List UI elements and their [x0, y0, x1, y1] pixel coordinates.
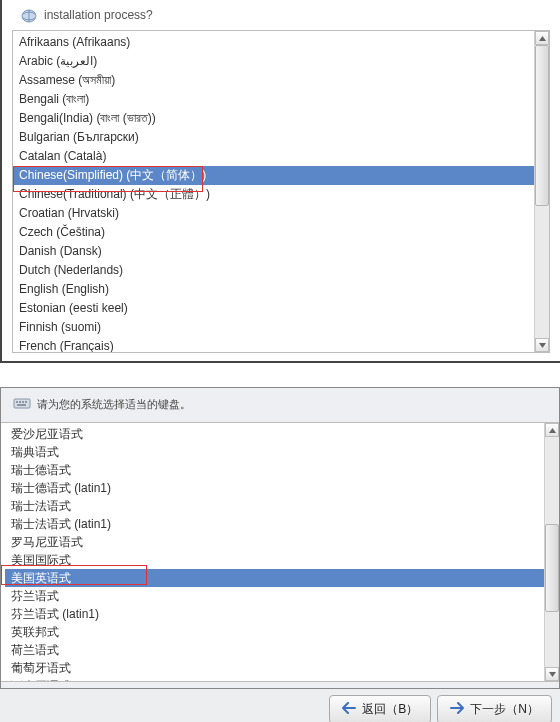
svg-rect-4 [22, 401, 24, 403]
keyboard-selection-panel: 请为您的系统选择适当的键盘。 爱沙尼亚语式瑞典语式瑞士德语式瑞士德语式 (lat… [0, 387, 560, 689]
language-item[interactable]: Danish (Dansk) [13, 242, 534, 261]
keyboard-item[interactable]: 瑞士法语式 [5, 497, 544, 515]
keyboard-item[interactable]: 瑞士德语式 [5, 461, 544, 479]
keyboard-item[interactable]: 美国国际式 [5, 551, 544, 569]
keyboard-item[interactable]: 西班牙语式 [5, 677, 544, 681]
language-item[interactable]: Dutch (Nederlands) [13, 261, 534, 280]
language-heading-text: installation process? [44, 8, 153, 22]
keyboard-item[interactable]: 芬兰语式 [5, 587, 544, 605]
keyboard-item[interactable]: 瑞士德语式 (latin1) [5, 479, 544, 497]
keyboard-item[interactable]: 爱沙尼亚语式 [5, 425, 544, 443]
arrow-right-icon [450, 702, 464, 717]
language-item[interactable]: Bengali (বাংলা) [13, 90, 534, 109]
svg-rect-5 [25, 401, 27, 403]
scroll-down-button[interactable] [545, 667, 559, 681]
globe-icon [20, 8, 38, 24]
language-item[interactable]: English (English) [13, 280, 534, 299]
keyboard-item[interactable]: 芬兰语式 (latin1) [5, 605, 544, 623]
language-item[interactable]: Estonian (eesti keel) [13, 299, 534, 318]
scroll-thumb[interactable] [535, 45, 549, 206]
language-item[interactable]: Arabic (العربية) [13, 52, 534, 71]
keyboard-item[interactable]: 瑞典语式 [5, 443, 544, 461]
keyboard-scrollbar[interactable] [544, 423, 559, 681]
back-button-label: 返回（B） [362, 701, 418, 718]
scroll-up-button[interactable] [545, 423, 559, 437]
keyboard-icon [13, 396, 31, 412]
svg-rect-2 [16, 401, 18, 403]
language-item[interactable]: French (Français) [13, 337, 534, 352]
back-button[interactable]: 返回（B） [329, 695, 431, 722]
language-item[interactable]: Finnish (suomi) [13, 318, 534, 337]
language-scrollbar[interactable] [534, 31, 549, 352]
keyboard-item[interactable]: 荷兰语式 [5, 641, 544, 659]
language-item[interactable]: Chinese(Traditional) (中文（正體）) [13, 185, 534, 204]
keyboard-selection-window: 请为您的系统选择适当的键盘。 爱沙尼亚语式瑞典语式瑞士德语式瑞士德语式 (lat… [0, 387, 560, 722]
language-item[interactable]: Czech (Čeština) [13, 223, 534, 242]
language-item[interactable]: Bulgarian (Български) [13, 128, 534, 147]
keyboard-heading-row: 请为您的系统选择适当的键盘。 [1, 388, 559, 422]
language-item[interactable]: Bengali(India) (বাংলা (ভারত)) [13, 109, 534, 128]
svg-rect-1 [14, 399, 30, 408]
next-button-label: 下一步（N） [470, 701, 539, 718]
language-selection-panel: installation process? Afrikaans (Afrikaa… [0, 0, 560, 363]
arrow-left-icon [342, 702, 356, 717]
language-item[interactable]: Assamese (অসমীয়া) [13, 71, 534, 90]
keyboard-item[interactable]: 瑞士法语式 (latin1) [5, 515, 544, 533]
keyboard-item[interactable]: 罗马尼亚语式 [5, 533, 544, 551]
wizard-button-row: 返回（B） 下一步（N） [0, 689, 560, 722]
keyboard-item[interactable]: 美国英语式 [5, 569, 544, 587]
keyboard-listbox[interactable]: 爱沙尼亚语式瑞典语式瑞士德语式瑞士德语式 (latin1)瑞士法语式瑞士法语式 … [1, 422, 559, 682]
scroll-down-button[interactable] [535, 338, 549, 352]
language-item[interactable]: Catalan (Català) [13, 147, 534, 166]
svg-rect-6 [17, 404, 26, 406]
scroll-up-button[interactable] [535, 31, 549, 45]
language-listbox[interactable]: Afrikaans (Afrikaans)Arabic (العربية)Ass… [12, 30, 550, 353]
next-button[interactable]: 下一步（N） [437, 695, 552, 722]
scroll-track[interactable] [545, 437, 559, 667]
scroll-thumb[interactable] [545, 524, 559, 611]
scroll-track[interactable] [535, 45, 549, 338]
keyboard-item[interactable]: 英联邦式 [5, 623, 544, 641]
language-item[interactable]: Chinese(Simplified) (中文（简体）) [13, 166, 534, 185]
language-item[interactable]: Croatian (Hrvatski) [13, 204, 534, 223]
language-heading-row: installation process? [6, 4, 556, 30]
language-item[interactable]: Afrikaans (Afrikaans) [13, 33, 534, 52]
keyboard-heading-text: 请为您的系统选择适当的键盘。 [37, 397, 191, 412]
svg-rect-3 [19, 401, 21, 403]
keyboard-item[interactable]: 葡萄牙语式 [5, 659, 544, 677]
